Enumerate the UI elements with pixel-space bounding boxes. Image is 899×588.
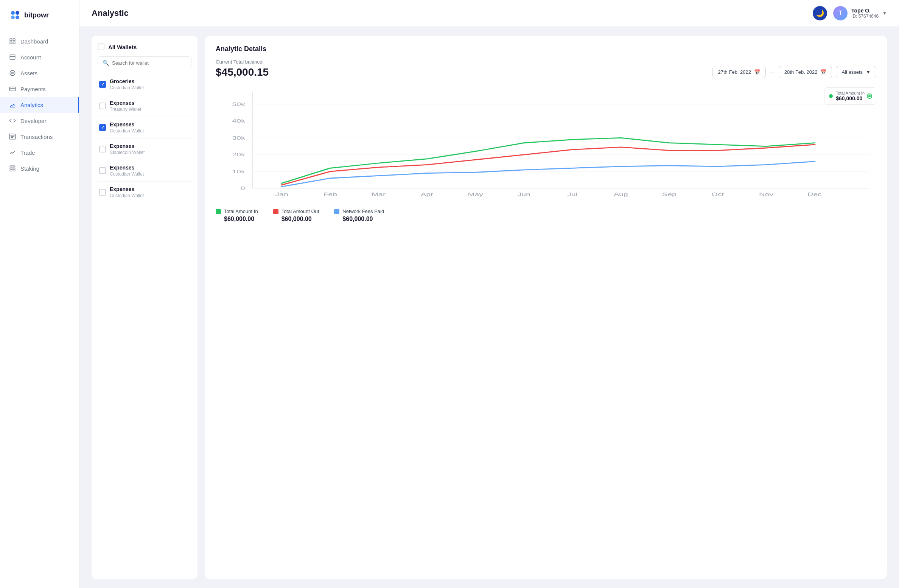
svg-text:30k: 30k (232, 135, 245, 141)
fees-value: $60,000.00 (342, 216, 384, 222)
wallet-type: Treasury Wallet (110, 107, 141, 112)
user-name: Tope O. (851, 8, 879, 14)
main-area: Analystic 🌙 T Tope O. ID: 57674646 ▼ All… (79, 0, 899, 588)
legend-total-out: Total Amount Out $60,000.00 (273, 208, 319, 222)
sidebar: bitpowr Dashboard Account Assets Payment… (0, 0, 79, 588)
svg-point-1 (16, 11, 19, 15)
sidebar-item-transactions[interactable]: Transactions (0, 129, 79, 145)
wallet-info: Expenses Custodian Wallet (110, 121, 144, 134)
svg-point-10 (10, 70, 15, 76)
svg-rect-6 (10, 42, 12, 44)
sidebar-item-account[interactable]: Account (0, 49, 79, 65)
all-wallets-checkbox[interactable] (98, 44, 104, 50)
wallet-item[interactable]: Groceries Custodian Wallet (98, 74, 191, 95)
wallet-item[interactable]: Expenses Custodian Wallet (98, 182, 191, 203)
wallet-info: Expenses Custodian Wallet (110, 186, 144, 198)
content-area: All Wallets 🔍 Groceries Custodian Wallet… (79, 27, 899, 588)
wallet-list: Groceries Custodian Wallet Expenses Trea… (98, 74, 191, 203)
svg-point-0 (11, 11, 15, 15)
svg-rect-5 (13, 39, 15, 40)
sidebar-item-label: Assets (20, 70, 37, 76)
wallet-item[interactable]: Expenses Treasury Wallet (98, 95, 191, 117)
all-wallets-header: All Wallets (98, 44, 191, 50)
sidebar-item-label: Transactions (20, 134, 53, 140)
logo-text: bitpowr (24, 11, 49, 19)
user-menu[interactable]: T Tope O. ID: 57674646 ▼ (833, 6, 887, 20)
green-square (216, 209, 221, 214)
wallet-info: Groceries Custodian Wallet (110, 78, 144, 90)
logo-area: bitpowr (0, 9, 79, 33)
wallet-type: Stablecoin Wallet (110, 150, 145, 155)
svg-text:Aug: Aug (614, 191, 628, 197)
chevron-down-icon: ▼ (882, 11, 887, 16)
sidebar-item-dashboard[interactable]: Dashboard (0, 33, 79, 49)
legend-fees: Network Fees Paid $60,000.00 (334, 208, 384, 222)
svg-text:May: May (468, 191, 484, 197)
sidebar-item-developer[interactable]: Developer (0, 113, 79, 129)
sidebar-item-label: Payments (20, 86, 46, 92)
balance-info: Current Total balance: $45,000.15 (216, 59, 269, 78)
total-in-label: Total Amount In (224, 208, 258, 214)
header: Analystic 🌙 T Tope O. ID: 57674646 ▼ (79, 0, 899, 27)
wallet-info: Expenses Custodian Wallet (110, 165, 144, 177)
red-square (273, 209, 278, 214)
svg-text:0: 0 (241, 186, 245, 191)
wallet-checkbox[interactable] (99, 167, 106, 174)
user-details: Tope O. ID: 57674646 (851, 8, 879, 19)
wallet-info: Expenses Stablecoin Wallet (110, 143, 145, 155)
sidebar-item-assets[interactable]: Assets (0, 65, 79, 81)
asset-filter-select[interactable]: All assets ▼ (836, 66, 876, 78)
date-to-button[interactable]: 28th Feb, 2022 📅 (779, 66, 832, 78)
wallet-checkbox[interactable] (99, 81, 106, 88)
search-box[interactable]: 🔍 (98, 56, 191, 69)
wallet-checkbox[interactable] (99, 189, 106, 196)
search-input[interactable] (112, 60, 187, 66)
wallet-name: Groceries (110, 78, 144, 84)
header-right: 🌙 T Tope O. ID: 57674646 ▼ (813, 6, 887, 20)
sidebar-item-payments[interactable]: Payments (0, 81, 79, 97)
svg-text:10k: 10k (232, 169, 245, 174)
sidebar-item-staking[interactable]: Staking (0, 160, 79, 176)
chart-legend-amount: $60,000.00 (836, 95, 865, 101)
svg-text:Dec: Dec (807, 191, 822, 197)
balance-amount: $45,000.15 (216, 66, 269, 78)
sidebar-item-label: Analytics (20, 102, 43, 108)
sidebar-item-label: Dashboard (20, 38, 48, 45)
svg-text:Jul: Jul (567, 191, 577, 197)
svg-text:Sep: Sep (662, 191, 677, 197)
sidebar-item-analytics[interactable]: Analytics (0, 97, 79, 113)
svg-rect-21 (10, 170, 15, 171)
svg-text:Feb: Feb (323, 191, 337, 197)
avatar: T (833, 6, 848, 20)
staking-icon (9, 165, 16, 172)
wallet-item[interactable]: Expenses Custodian Wallet (98, 117, 191, 138)
wallet-type: Custodian Wallet (110, 128, 144, 134)
svg-text:Jun: Jun (518, 191, 530, 197)
sidebar-item-label: Developer (20, 118, 46, 124)
page-title: Analystic (92, 8, 129, 18)
date-from-button[interactable]: 27th Feb, 2022 📅 (712, 66, 766, 78)
wallet-item[interactable]: Expenses Stablecoin Wallet (98, 138, 191, 160)
account-icon (9, 54, 16, 61)
date-controls: 27th Feb, 2022 📅 — 28th Feb, 2022 📅 All … (712, 66, 876, 78)
theme-toggle-button[interactable]: 🌙 (813, 6, 827, 20)
wallet-name: Expenses (110, 121, 144, 128)
svg-point-2 (11, 16, 15, 19)
sidebar-item-trade[interactable]: Trade (0, 145, 79, 160)
svg-rect-20 (10, 168, 15, 169)
svg-rect-4 (10, 39, 12, 40)
asset-filter-label: All assets (841, 69, 863, 75)
sidebar-item-label: Staking (20, 165, 39, 172)
wallet-checkbox[interactable] (99, 124, 106, 131)
wallet-name: Expenses (110, 143, 145, 149)
all-wallets-label: All Wallets (108, 44, 137, 50)
wallet-item[interactable]: Expenses Custodian Wallet (98, 160, 191, 182)
wallet-type: Custodian Wallet (110, 193, 144, 198)
chevron-down-icon-2: ▼ (866, 69, 871, 75)
wallet-type: Custodian Wallet (110, 171, 144, 177)
svg-text:20k: 20k (232, 152, 245, 157)
active-dot (868, 94, 871, 98)
wallet-checkbox[interactable] (99, 103, 106, 109)
wallet-checkbox[interactable] (99, 146, 106, 152)
chart-legend-info: Total Amount In $60,000.00 (836, 91, 865, 101)
